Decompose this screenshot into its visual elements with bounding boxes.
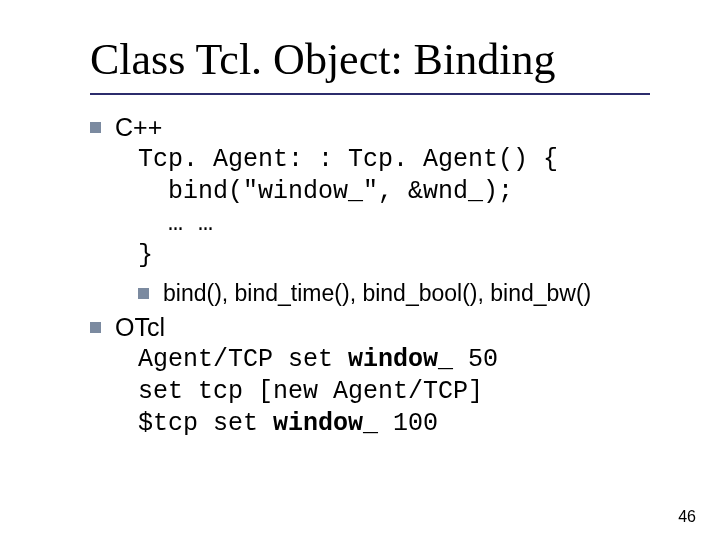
code-line: … …: [138, 209, 213, 238]
cpp-label: C++: [115, 113, 162, 142]
code-line: $tcp set: [138, 409, 273, 438]
code-line: 100: [378, 409, 438, 438]
page-number: 46: [678, 508, 696, 526]
page-title: Class Tcl. Object: Binding: [90, 34, 670, 85]
code-line: 50: [453, 345, 498, 374]
otcl-code-block: Agent/TCP set window_ 50 set tcp [new Ag…: [138, 344, 670, 440]
code-line: set tcp [new Agent/TCP]: [138, 377, 483, 406]
bullet-cpp: C++: [90, 113, 670, 142]
code-bold: window_: [273, 409, 378, 438]
square-bullet-icon: [90, 122, 101, 133]
slide: Class Tcl. Object: Binding C++ Tcp. Agen…: [0, 0, 720, 540]
code-bold: window_: [348, 345, 453, 374]
title-underline: [90, 93, 650, 95]
cpp-code-block: Tcp. Agent: : Tcp. Agent() { bind("windo…: [138, 144, 670, 272]
otcl-label: OTcl: [115, 313, 165, 342]
code-line: Agent/TCP set: [138, 345, 348, 374]
code-line: }: [138, 241, 153, 270]
bind-functions-label: bind(), bind_time(), bind_bool(), bind_b…: [163, 280, 591, 307]
bullet-bind-functions: bind(), bind_time(), bind_bool(), bind_b…: [138, 280, 670, 307]
bullet-otcl: OTcl: [90, 313, 670, 342]
slide-body: C++ Tcp. Agent: : Tcp. Agent() { bind("w…: [90, 113, 670, 440]
code-line: Tcp. Agent: : Tcp. Agent() {: [138, 145, 558, 174]
square-bullet-icon: [90, 322, 101, 333]
square-bullet-icon: [138, 288, 149, 299]
code-line: bind("window_", &wnd_);: [138, 177, 513, 206]
